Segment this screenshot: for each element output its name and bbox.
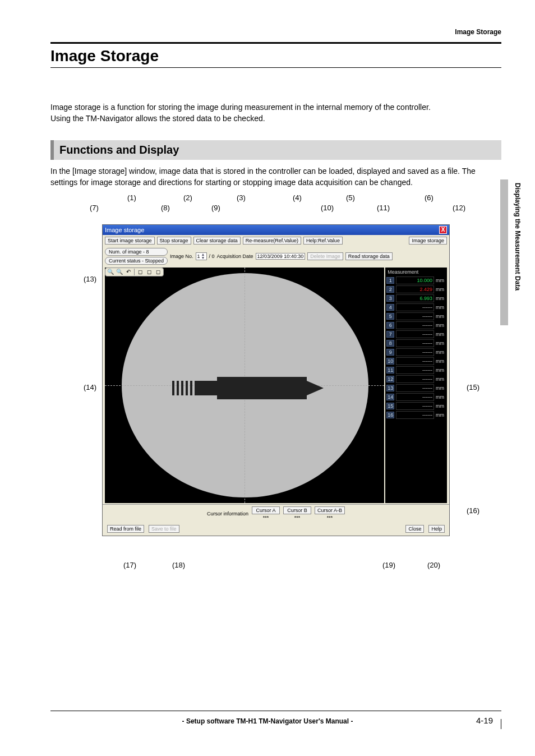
viewport-toolbar: 🔍 🔍 ↶ ◻ ◻ ◻: [105, 268, 164, 276]
stop-storage-button[interactable]: Stop storage: [157, 237, 191, 245]
undo-icon[interactable]: ↶: [125, 269, 132, 275]
cursor-a-value: ***: [252, 515, 280, 520]
image-storage-window: Image storage X Start image storage Stop…: [102, 224, 450, 536]
side-chapter-label: Displaying the Measurement Data: [514, 183, 522, 291]
fit2-icon[interactable]: ◻: [146, 269, 153, 275]
read-storage-data-button[interactable]: Read storage data: [345, 252, 393, 260]
measurement-value: ------: [396, 375, 434, 383]
callout-13: (13): [68, 275, 96, 283]
measurement-row: 22.429mm: [386, 285, 446, 293]
measurement-row: 16------mm: [386, 411, 446, 419]
measurement-row: 11------mm: [386, 366, 446, 374]
measurement-title: Measurement: [386, 269, 446, 276]
measurement-index: 2: [386, 286, 394, 293]
callout-20: (20): [427, 561, 440, 569]
measurement-value: ------: [396, 312, 434, 320]
section-body: In the [Image storage] window, image dat…: [50, 165, 501, 188]
measurement-unit: mm: [436, 322, 446, 328]
callout-17: (17): [123, 561, 136, 569]
close-button[interactable]: Close: [405, 525, 424, 533]
page-number: 4-19: [476, 716, 493, 725]
measurement-index: 10: [386, 358, 394, 365]
measurement-value: ------: [396, 384, 434, 392]
measurement-panel: Measurement 110.000mm22.429mm36.993mm4--…: [385, 268, 447, 503]
read-from-file-button[interactable]: Read from file: [107, 525, 144, 533]
close-icon[interactable]: X: [439, 226, 447, 234]
acq-date-label: Acquisition Date: [217, 253, 253, 259]
callout-19: (19): [382, 561, 395, 569]
measurement-row: 8------mm: [386, 339, 446, 347]
footer-manual-title: - Setup software TM-H1 TM-Navigator User…: [182, 717, 353, 725]
titlebar: Image storage X: [103, 225, 449, 235]
measurement-unit: mm: [436, 296, 446, 301]
measurement-row: 9------mm: [386, 348, 446, 356]
measurement-unit: mm: [436, 287, 446, 292]
callout-5: (5): [346, 193, 355, 202]
measurement-row: 10------mm: [386, 357, 446, 365]
clear-storage-data-button[interactable]: Clear storage data: [193, 237, 241, 245]
delete-image-button[interactable]: Delete Image: [307, 252, 343, 260]
image-storage-button[interactable]: Image storage: [409, 237, 447, 245]
image-no-spinner[interactable]: 1 ▲▼: [196, 252, 207, 260]
measurement-row: 110.000mm: [386, 276, 446, 284]
measurement-value: ------: [396, 348, 434, 356]
callout-8: (8): [161, 204, 170, 212]
save-to-file-button[interactable]: Save to file: [149, 525, 179, 533]
measurement-value: 6.993: [396, 294, 434, 302]
page-title: Image Storage: [50, 47, 501, 65]
measurement-unit: mm: [436, 340, 446, 346]
measurement-value: ------: [396, 321, 434, 329]
image-viewport: 🔍 🔍 ↶ ◻ ◻ ◻: [105, 268, 384, 503]
measurement-unit: mm: [436, 358, 446, 364]
start-image-storage-button[interactable]: Start image storage: [105, 237, 155, 245]
measurement-index: 1: [386, 277, 394, 284]
remeasure-button[interactable]: Re-measure(Ref.Value): [243, 237, 301, 245]
cursor-b-value: ***: [283, 515, 311, 520]
callout-11: (11): [377, 204, 390, 212]
measurement-value: ------: [396, 402, 434, 410]
footer-rule: [50, 711, 501, 711]
measurement-unit: mm: [436, 331, 446, 337]
cursor-b-label: Cursor B: [283, 506, 311, 514]
help-ref-value-button[interactable]: Help:Ref.Value: [303, 237, 343, 245]
measurement-index: 3: [386, 295, 394, 302]
callout-18: (18): [172, 561, 185, 569]
current-status: Current status - Stopped: [105, 257, 168, 265]
measurement-index: 15: [386, 403, 394, 409]
window-title: Image storage: [105, 227, 144, 233]
measurement-index: 12: [386, 376, 394, 382]
zoom-out-icon[interactable]: 🔍: [116, 269, 123, 275]
measurement-unit: mm: [436, 403, 446, 409]
callout-9: (9): [211, 204, 220, 212]
help-button[interactable]: Help: [428, 525, 445, 533]
measurement-unit: mm: [436, 394, 446, 400]
measurement-row: 6------mm: [386, 321, 446, 329]
cursor-ab-value: ***: [315, 515, 345, 520]
fit1-icon[interactable]: ◻: [137, 269, 144, 275]
measurement-unit: mm: [436, 278, 446, 283]
running-header: Image Storage: [455, 28, 501, 36]
callout-4: (4): [293, 193, 302, 202]
callout-7: (7): [90, 204, 99, 212]
fit3-icon[interactable]: ◻: [155, 269, 162, 275]
measurement-row: 7------mm: [386, 330, 446, 338]
image-no-label: Image No.: [170, 253, 193, 259]
measurement-index: 16: [386, 412, 394, 418]
measurement-unit: mm: [436, 385, 446, 391]
num-of-image-status: Num. of image - 8: [105, 248, 168, 256]
zoom-in-icon[interactable]: 🔍: [107, 269, 114, 275]
callouts-top: (1) (2) (3) (4) (5) (6) (7) (8) (9) (10)…: [63, 193, 489, 224]
page-number-rule: [501, 719, 501, 729]
measurement-unit: mm: [436, 367, 446, 373]
cursor-info-bar: Cursor information Cursor A *** Cursor B…: [103, 504, 449, 522]
cursor-a-label: Cursor A: [252, 506, 280, 514]
callout-2: (2): [183, 193, 192, 202]
image-no-value: 1: [197, 253, 200, 259]
measurement-value: ------: [396, 303, 434, 311]
measurement-unit: mm: [436, 314, 446, 319]
measurement-index: 11: [386, 367, 394, 374]
spinner-icon[interactable]: ▲▼: [201, 253, 205, 260]
callout-1: (1): [127, 193, 136, 202]
measurement-unit: mm: [436, 349, 446, 355]
measurement-row: 36.993mm: [386, 294, 446, 302]
